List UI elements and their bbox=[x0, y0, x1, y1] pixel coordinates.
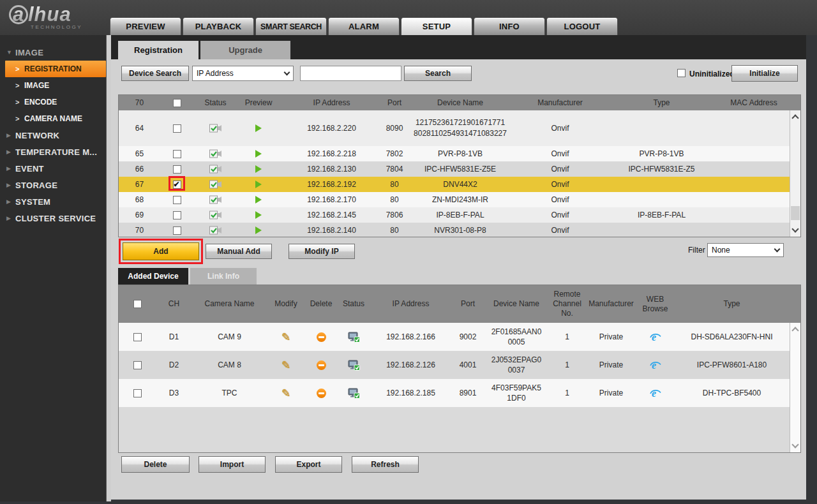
tab-link-info[interactable]: Link Info bbox=[190, 268, 257, 285]
device-row-66[interactable]: 66 192.168.2.130 7804 IPC-HFW5831E-Z5E O… bbox=[119, 161, 800, 177]
select-all-checkbox[interactable] bbox=[173, 99, 181, 107]
sidebar-section-storage[interactable]: ▶ STORAGE bbox=[0, 177, 106, 193]
added-row-d2[interactable]: D2 CAM 8 ✎ 192.168.2.126 4001 2J0532EPAG… bbox=[119, 351, 800, 379]
scroll-down-icon[interactable] bbox=[791, 225, 798, 232]
triangle-right-icon: ▶ bbox=[6, 215, 15, 221]
device-row-70[interactable]: 70 192.168.2.140 80 NVR301-08-P8 Onvif bbox=[119, 223, 800, 237]
nav-tab-alarm[interactable]: ALARM bbox=[328, 17, 400, 35]
row-checkbox[interactable] bbox=[133, 361, 142, 369]
manual-add-button[interactable]: Manual Add bbox=[206, 244, 272, 259]
added-row-d3[interactable]: D3 TPC ✎ 192.168.2.185 8901 4F03F59PAK51… bbox=[119, 379, 800, 407]
row-checkbox[interactable] bbox=[173, 124, 181, 133]
scroll-up-icon[interactable] bbox=[791, 114, 798, 121]
device-row-68[interactable]: 68 192.168.2.170 80 ZN-MDI243M-IR Onvif bbox=[119, 192, 800, 207]
refresh-button[interactable]: Refresh bbox=[352, 456, 419, 473]
nav-tab-setup[interactable]: SETUP bbox=[401, 17, 472, 35]
triangle-right-icon: ▶ bbox=[6, 198, 15, 205]
modify-ip-button[interactable]: Modify IP bbox=[289, 244, 355, 259]
row-checkbox-checked[interactable] bbox=[173, 181, 181, 189]
added-table-scrollbar[interactable] bbox=[790, 323, 800, 452]
sidebar-section-temperature[interactable]: ▶ TEMPERATURE M... bbox=[0, 144, 106, 160]
device-row-65[interactable]: 65 192.168.2.218 7802 PVR-P8-1VB Onvif P… bbox=[119, 146, 800, 161]
device-search-table: 70 Status Preview IP Address Port Device… bbox=[118, 94, 801, 237]
select-all-checkbox[interactable] bbox=[133, 300, 142, 308]
status-camera-ok-icon bbox=[193, 192, 237, 207]
filter-select[interactable]: None bbox=[707, 243, 784, 257]
sidebar-item-encode[interactable]: > ENCODE bbox=[0, 94, 106, 110]
delete-minus-icon[interactable] bbox=[317, 332, 326, 342]
row-checkbox[interactable] bbox=[133, 389, 142, 397]
sidebar-section-cluster-service[interactable]: ▶ CLUSTER SERVICE bbox=[0, 210, 106, 226]
uninitialized-checkbox[interactable] bbox=[677, 69, 686, 77]
dahua-logo: alhua TECHNOLOGY bbox=[9, 3, 82, 30]
preview-play-icon[interactable] bbox=[255, 124, 262, 132]
row-checkbox[interactable] bbox=[173, 150, 181, 158]
row-checkbox[interactable] bbox=[173, 211, 181, 219]
filter-value: None bbox=[712, 246, 730, 255]
initialize-button[interactable]: Initialize bbox=[731, 65, 798, 82]
web-browse-ie-icon[interactable]: e bbox=[636, 351, 674, 379]
delete-button[interactable]: Delete bbox=[121, 456, 190, 473]
added-row-d1[interactable]: D1 CAM 9 ✎ 192.168.2.166 9002 2F01685AAN… bbox=[119, 323, 800, 351]
device-row-67-selected[interactable]: 67 192.168.2.192 80 DNV44X2 Onvif bbox=[119, 177, 800, 192]
device-table-scrollbar[interactable] bbox=[790, 110, 800, 237]
tab-upgrade[interactable]: Upgrade bbox=[200, 41, 290, 59]
nav-tab-preview[interactable]: PREVIEW bbox=[110, 17, 181, 35]
scroll-thumb[interactable] bbox=[791, 206, 800, 220]
preview-play-icon[interactable] bbox=[255, 165, 262, 173]
web-browse-ie-icon[interactable]: e bbox=[636, 323, 674, 351]
delete-minus-icon[interactable] bbox=[317, 389, 326, 398]
header-select-all bbox=[160, 95, 193, 110]
search-button[interactable]: Search bbox=[404, 66, 472, 81]
preview-play-icon[interactable] bbox=[255, 196, 262, 204]
modify-pencil-icon[interactable]: ✎ bbox=[281, 359, 290, 372]
search-input[interactable] bbox=[300, 66, 401, 81]
row-checkbox[interactable] bbox=[173, 196, 181, 204]
logo-rest: lhua bbox=[28, 3, 71, 26]
preview-play-icon[interactable] bbox=[255, 150, 262, 158]
logo-a-ring: a bbox=[9, 5, 28, 24]
tab-added-device[interactable]: Added Device bbox=[118, 268, 188, 285]
modify-pencil-icon[interactable]: ✎ bbox=[281, 330, 290, 344]
import-button[interactable]: Import bbox=[199, 456, 266, 473]
status-camera-ok-icon bbox=[193, 207, 237, 223]
device-name: 1217523617219016717718028110254931471083… bbox=[414, 117, 507, 139]
header-mac: MAC Address bbox=[718, 95, 790, 110]
scroll-up-icon[interactable] bbox=[791, 327, 798, 334]
dahua-logo-text: alhua bbox=[9, 3, 82, 26]
preview-play-icon[interactable] bbox=[255, 181, 262, 188]
tab-registration[interactable]: Registration bbox=[118, 41, 199, 59]
sidebar-section-network[interactable]: ▶ NETWORK bbox=[0, 127, 106, 144]
row-checkbox[interactable] bbox=[173, 226, 181, 235]
sidebar-item-image[interactable]: > IMAGE bbox=[0, 77, 106, 94]
header-ip: IP Address bbox=[280, 95, 384, 110]
sidebar-scrollbar[interactable] bbox=[106, 35, 111, 501]
device-row-69[interactable]: 69 192.168.2.145 7806 IP-8EB-F-PAL Onvif… bbox=[119, 207, 800, 223]
nav-tab-playback[interactable]: PLAYBACK bbox=[183, 17, 254, 35]
sidebar-item-camera-name[interactable]: > CAMERA NAME bbox=[0, 110, 106, 127]
sidebar-section-image[interactable]: ▼ IMAGE bbox=[0, 44, 106, 61]
web-browse-ie-icon[interactable]: e bbox=[636, 379, 674, 407]
search-type-select[interactable]: IP Address bbox=[192, 66, 294, 81]
nav-tab-info[interactable]: INFO bbox=[474, 17, 545, 35]
status-camera-ok-icon bbox=[193, 161, 237, 177]
sidebar-section-event[interactable]: ▶ EVENT bbox=[0, 160, 106, 177]
nav-tab-logout[interactable]: LOGOUT bbox=[546, 17, 618, 35]
delete-minus-icon[interactable] bbox=[317, 360, 326, 370]
nav-tab-smart-search[interactable]: SMART SEARCH bbox=[255, 17, 327, 35]
export-button[interactable]: Export bbox=[275, 456, 342, 473]
device-row-64[interactable]: 64 192.168.2.220 8090 121752361721901671… bbox=[119, 110, 800, 146]
row-checkbox[interactable] bbox=[133, 333, 142, 341]
row-checkbox[interactable] bbox=[173, 165, 181, 174]
modify-pencil-icon[interactable]: ✎ bbox=[281, 387, 290, 400]
preview-play-icon[interactable] bbox=[255, 226, 262, 234]
sidebar-section-system[interactable]: ▶ SYSTEM bbox=[0, 193, 106, 210]
device-search-button[interactable]: Device Search bbox=[121, 66, 189, 81]
status-connected-icon bbox=[337, 323, 370, 351]
add-button[interactable]: Add bbox=[123, 242, 199, 260]
sidebar-item-registration[interactable]: > REGISTRATION bbox=[5, 61, 106, 77]
scroll-down-icon[interactable] bbox=[791, 441, 798, 448]
added-device-table: CH Camera Name Modify Delete Status IP A… bbox=[118, 285, 801, 453]
preview-play-icon[interactable] bbox=[255, 211, 262, 219]
triangle-right-icon: ▶ bbox=[6, 182, 15, 188]
